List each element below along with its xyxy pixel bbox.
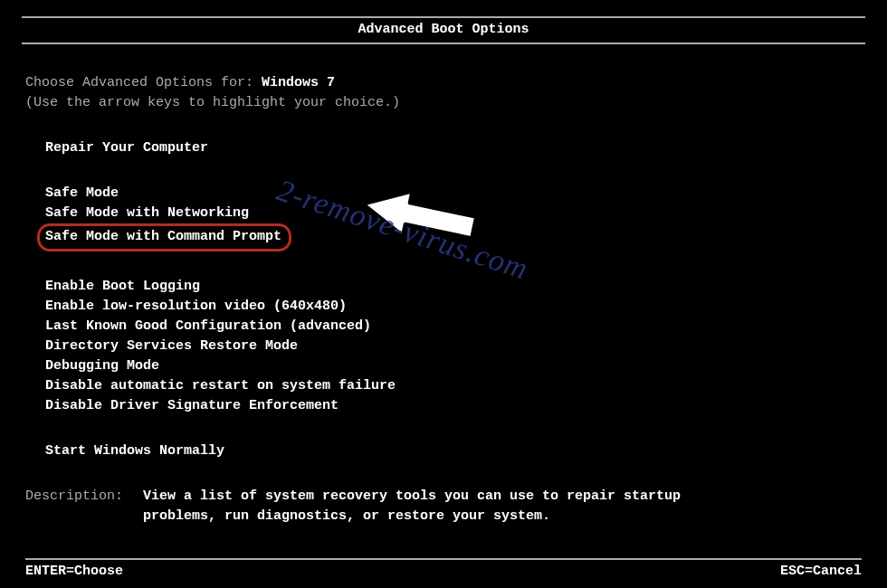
footer-row: ENTER=Choose ESC=Cancel <box>25 564 862 579</box>
option-safe-mode[interactable]: Safe Mode <box>45 184 862 204</box>
option-last-known-good[interactable]: Last Known Good Configuration (advanced) <box>45 317 862 337</box>
group-safe-mode: Safe Mode Safe Mode with Networking Safe… <box>25 184 862 251</box>
option-safe-mode-command-prompt[interactable]: Safe Mode with Command Prompt <box>37 223 291 251</box>
hint-enter: ENTER=Choose <box>25 564 123 579</box>
option-disable-auto-restart[interactable]: Disable automatic restart on system fail… <box>45 376 862 396</box>
option-ds-restore-mode[interactable]: Directory Services Restore Mode <box>45 337 862 356</box>
group-repair: Repair Your Computer <box>25 138 862 158</box>
hint-esc: ESC=Cancel <box>780 564 862 579</box>
group-normal: Start Windows Normally <box>25 441 862 461</box>
option-debugging-mode[interactable]: Debugging Mode <box>45 356 862 376</box>
option-repair-your-computer[interactable]: Repair Your Computer <box>45 138 862 158</box>
boot-options-screen: Advanced Boot Options Choose Advanced Op… <box>0 0 887 588</box>
description-text: View a list of system recovery tools you… <box>143 487 722 526</box>
divider-footer <box>25 558 862 560</box>
intro-prefix: Choose Advanced Options for: <box>25 75 262 90</box>
option-start-windows-normally[interactable]: Start Windows Normally <box>45 441 862 461</box>
footer: ENTER=Choose ESC=Cancel <box>0 558 887 579</box>
body: Choose Advanced Options for: Windows 7 (… <box>0 44 887 526</box>
description-label: Description: <box>25 487 143 526</box>
description-block: Description: View a list of system recov… <box>25 487 862 526</box>
option-low-res-video[interactable]: Enable low-resolution video (640x480) <box>45 297 862 317</box>
intro-block: Choose Advanced Options for: Windows 7 (… <box>25 73 862 113</box>
intro-hint: (Use the arrow keys to highlight your ch… <box>25 93 862 113</box>
intro-os: Windows 7 <box>262 75 335 90</box>
option-safe-mode-networking[interactable]: Safe Mode with Networking <box>45 204 862 223</box>
page-title: Advanced Boot Options <box>0 18 887 43</box>
group-advanced: Enable Boot Logging Enable low-resolutio… <box>25 277 862 416</box>
intro-line: Choose Advanced Options for: Windows 7 <box>25 73 862 93</box>
option-enable-boot-logging[interactable]: Enable Boot Logging <box>45 277 862 297</box>
option-disable-driver-sig[interactable]: Disable Driver Signature Enforcement <box>45 396 862 416</box>
